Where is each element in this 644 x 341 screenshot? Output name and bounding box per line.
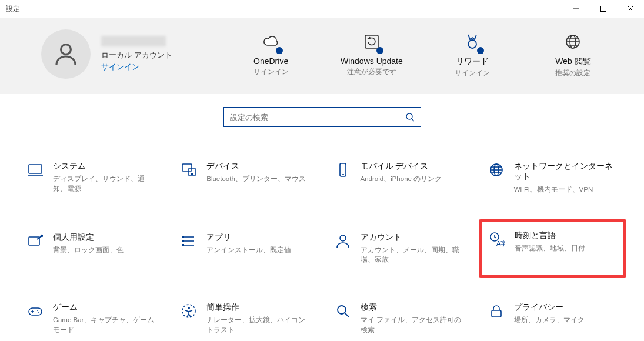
category-subtitle: Game Bar、キャプチャ、ゲーム モード bbox=[53, 315, 158, 335]
category-gaming[interactable]: ゲーム Game Bar、キャプチャ、ゲーム モード bbox=[18, 296, 165, 340]
category-subtitle: Bluetooth、プリンター、マウス bbox=[206, 174, 306, 184]
banner-item-windows-update[interactable]: Windows Update 注意が必要です bbox=[328, 31, 416, 78]
accessibility-icon bbox=[178, 302, 199, 319]
svg-rect-5 bbox=[365, 35, 378, 48]
svg-rect-35 bbox=[29, 308, 42, 315]
svg-point-42 bbox=[338, 306, 346, 314]
category-personalization[interactable]: 個人用設定 背景、ロック画面、色 bbox=[18, 226, 165, 270]
svg-point-16 bbox=[192, 173, 193, 175]
globe-icon bbox=[563, 31, 582, 53]
svg-point-38 bbox=[37, 310, 38, 311]
svg-point-10 bbox=[406, 113, 412, 119]
gamepad-icon bbox=[25, 302, 46, 319]
svg-rect-30 bbox=[182, 240, 184, 242]
category-title: アプリ bbox=[206, 232, 291, 243]
banner-item-title: Windows Update bbox=[341, 56, 403, 66]
account-type-label: ローカル アカウント bbox=[101, 50, 172, 61]
cloud-icon bbox=[262, 31, 281, 53]
category-mobile[interactable]: モバイル デバイス Android、iPhone のリンク bbox=[325, 155, 473, 200]
category-subtitle: マイ ファイル、アクセス許可の検索 bbox=[361, 315, 466, 335]
category-search[interactable]: 検索 マイ ファイル、アクセス許可の検索 bbox=[325, 296, 473, 340]
phone-icon bbox=[332, 161, 353, 178]
category-accounts[interactable]: アカウント アカウント、メール、同期、職場、家族 bbox=[325, 226, 473, 270]
category-grid: システム ディスプレイ、サウンド、通知、電源 デバイス Bluetooth、プリ… bbox=[0, 132, 644, 340]
time-language-icon: A字 bbox=[486, 230, 508, 247]
account-signin-link[interactable]: サインイン bbox=[101, 62, 172, 72]
category-subtitle: 背景、ロック画面、色 bbox=[53, 245, 124, 255]
category-privacy[interactable]: プライバシー 場所、カメラ、マイク bbox=[479, 296, 626, 340]
lock-icon bbox=[486, 302, 507, 319]
account-banner: ローカル アカウント サインイン OneDrive サインイン bbox=[0, 18, 644, 94]
account-text: ローカル アカウント サインイン bbox=[101, 36, 172, 72]
category-title: 個人用設定 bbox=[53, 232, 124, 243]
category-title: アカウント bbox=[361, 232, 466, 243]
apps-icon bbox=[178, 232, 199, 249]
person-icon bbox=[332, 232, 353, 249]
svg-point-39 bbox=[38, 312, 39, 313]
system-icon bbox=[25, 161, 46, 178]
svg-point-6 bbox=[468, 40, 476, 48]
category-devices[interactable]: デバイス Bluetooth、プリンター、マウス bbox=[171, 155, 319, 200]
banner-item-subtitle: サインイン bbox=[253, 67, 289, 77]
search-icon bbox=[332, 302, 353, 319]
svg-point-25 bbox=[41, 235, 43, 236]
search-box[interactable] bbox=[223, 107, 421, 127]
search-input[interactable] bbox=[230, 113, 405, 122]
category-ease-of-access[interactable]: 簡単操作 ナレーター、拡大鏡、ハイコントラスト bbox=[171, 296, 319, 340]
maximize-button[interactable] bbox=[590, 0, 617, 18]
category-subtitle: 音声認識、地域、日付 bbox=[515, 243, 585, 253]
svg-line-43 bbox=[345, 313, 349, 317]
category-apps[interactable]: アプリ アンインストール、既定値 bbox=[171, 226, 319, 270]
svg-rect-14 bbox=[182, 164, 192, 171]
window-controls bbox=[563, 0, 644, 18]
personalization-icon bbox=[25, 232, 46, 249]
update-icon bbox=[362, 31, 381, 53]
category-title: 検索 bbox=[361, 302, 466, 313]
category-title: プライバシー bbox=[514, 302, 585, 313]
category-subtitle: Wi-Fi、機内モード、VPN bbox=[514, 185, 619, 195]
category-subtitle: ナレーター、拡大鏡、ハイコントラスト bbox=[206, 315, 312, 335]
category-title: システム bbox=[53, 161, 158, 172]
category-network[interactable]: ネットワークとインターネット Wi-Fi、機内モード、VPN bbox=[479, 155, 626, 200]
svg-rect-44 bbox=[492, 310, 501, 317]
category-subtitle: アカウント、メール、同期、職場、家族 bbox=[361, 245, 466, 265]
banner-item-title: Web 閲覧 bbox=[555, 56, 590, 67]
banner-item-title: OneDrive bbox=[253, 56, 288, 66]
account-block[interactable]: ローカル アカウント サインイン bbox=[41, 29, 223, 79]
globe-icon bbox=[486, 161, 507, 178]
category-system[interactable]: システム ディスプレイ、サウンド、通知、電源 bbox=[18, 155, 165, 200]
category-subtitle: Android、iPhone のリンク bbox=[361, 174, 442, 184]
search-wrap bbox=[0, 94, 644, 132]
avatar bbox=[41, 29, 91, 79]
category-subtitle: ディスプレイ、サウンド、通知、電源 bbox=[53, 174, 158, 193]
window-title: 設定 bbox=[6, 4, 20, 14]
banner-item-subtitle: 注意が必要です bbox=[347, 67, 396, 77]
banner-item-web[interactable]: Web 閲覧 推奨の設定 bbox=[529, 31, 617, 78]
svg-point-32 bbox=[340, 235, 346, 241]
svg-rect-31 bbox=[182, 244, 184, 246]
banner-item-onedrive[interactable]: OneDrive サインイン bbox=[227, 31, 315, 78]
svg-line-11 bbox=[412, 119, 414, 121]
category-subtitle: 場所、カメラ、マイク bbox=[514, 315, 585, 325]
svg-rect-12 bbox=[29, 165, 42, 173]
category-subtitle: アンインストール、既定値 bbox=[206, 245, 291, 255]
search-icon bbox=[405, 112, 415, 122]
banner-item-subtitle: 推奨の設定 bbox=[555, 68, 590, 78]
titlebar: 設定 bbox=[0, 0, 644, 18]
svg-point-4 bbox=[61, 45, 71, 55]
banner-items: OneDrive サインイン Windows Update 注意が必要です bbox=[223, 31, 620, 78]
close-button[interactable] bbox=[617, 0, 644, 18]
svg-point-41 bbox=[188, 307, 190, 309]
banner-item-title: リワード bbox=[456, 56, 489, 67]
account-name-redacted bbox=[101, 36, 166, 46]
svg-point-40 bbox=[182, 305, 195, 317]
status-dot bbox=[276, 47, 283, 54]
devices-icon bbox=[178, 161, 199, 178]
category-title: モバイル デバイス bbox=[361, 161, 442, 172]
minimize-button[interactable] bbox=[563, 0, 590, 18]
svg-rect-29 bbox=[182, 236, 184, 238]
status-dot bbox=[376, 47, 383, 54]
banner-item-rewards[interactable]: リワード サインイン bbox=[428, 31, 516, 78]
category-title: デバイス bbox=[206, 161, 306, 172]
category-time-language[interactable]: A字 時刻と言語 音声認識、地域、日付 bbox=[479, 219, 626, 278]
